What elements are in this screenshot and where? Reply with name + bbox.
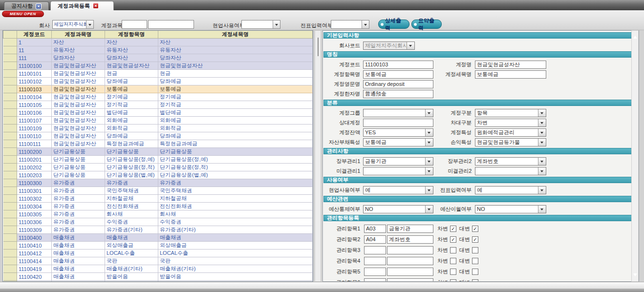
table-row[interactable]: 11100102현금및현금성자산당좌예금당좌예금 [3,78,313,85]
cell-account-detail[interactable]: 매출채권 [158,234,313,242]
table-row[interactable]: 11100105현금및현금성자산정기적금정기적금 [3,101,313,109]
row-selector[interactable] [3,218,17,226]
cell-account-item[interactable]: 지하철공채 [105,195,158,203]
cell-account-item[interactable]: 국판 [105,257,158,265]
cell-account-code[interactable]: 11100302 [17,195,52,203]
account-name-filter-input[interactable] [148,20,194,29]
account-item-name-input[interactable] [363,70,433,79]
cell-account-item[interactable]: 유가증권(기타) [105,226,158,234]
row-selector[interactable] [3,257,17,265]
table-row[interactable]: 11100203단기금융상품단기금융상품(별,예)단기금융상품(별,예) [3,171,313,179]
scroll-up-icon[interactable] [633,34,637,39]
cell-account-category[interactable]: 단기금융상품 [52,164,105,171]
cell-account-code[interactable]: 11100201 [17,156,52,164]
mgmt-item-4-name-input[interactable] [387,257,433,265]
budget-control-select[interactable]: NO [363,205,433,213]
row-selector[interactable] [3,242,17,250]
row-selector[interactable] [3,234,17,242]
account-group-select[interactable] [363,109,433,117]
cell-account-detail[interactable]: LOCAL수출 [158,250,313,257]
cell-account-item[interactable]: 외화적금 [105,125,158,132]
mgmt-item-3-credit-checkbox[interactable] [472,247,478,253]
cell-account-item[interactable]: 매출채권(기타) [105,265,158,273]
cell-account-code[interactable]: 11100304 [17,203,52,210]
open-item-mgmt2-select[interactable] [475,167,546,175]
table-row[interactable]: 111당좌자산당좌자산당좌자산 [3,54,313,62]
chevron-down-icon[interactable] [425,187,433,194]
table-row[interactable]: 11100300유가증권유가증권유가증권 [3,179,313,187]
cell-account-category[interactable]: 현금및현금성자산 [52,93,105,101]
table-row[interactable]: 11100420매출채권받을어음받을어음 [3,273,313,281]
table-row[interactable]: 11100111현금및현금성자산특정현금과예금특정현금과예금 [3,140,313,148]
chevron-down-icon[interactable] [425,167,433,175]
cell-account-code[interactable]: 11100100 [17,62,52,70]
table-row[interactable]: 11100104현금및현금성자산정기예금정기예금 [3,93,313,101]
table-row[interactable]: 11100101현금및현금성자산현금현금 [3,70,313,78]
cell-account-item[interactable]: 정기적금 [105,101,158,109]
cell-account-detail[interactable]: 외화적금 [158,125,313,132]
row-selector[interactable] [3,62,17,70]
table-row[interactable]: 11100410매출채권외상매출금외상매출금 [3,242,313,250]
row-selector[interactable] [3,156,17,164]
chevron-down-icon[interactable] [538,119,546,126]
panel-scrollbar[interactable] [631,30,639,282]
cell-account-detail[interactable]: 현금 [158,70,313,78]
cell-account-detail[interactable]: 현금및현금성자산 [158,62,313,70]
chevron-down-icon[interactable] [425,129,433,136]
table-row[interactable]: 11100306유가증권수익증권수익증권 [3,218,313,226]
cell-account-item[interactable]: 당좌예금 [105,78,158,85]
row-selector[interactable] [3,148,17,156]
cell-account-category[interactable]: 매출채권 [52,273,105,281]
cell-account-item[interactable]: 회사채 [105,210,158,218]
mgmt-item-4-credit-checkbox[interactable] [472,258,478,264]
cell-account-category[interactable]: 현금및현금성자산 [52,125,105,132]
mgmt-item-5-credit-checkbox[interactable] [472,269,478,275]
table-row[interactable]: 11100200단기금융상품단기금융상품단기금융상품 [3,148,313,156]
chevron-down-icon[interactable] [273,21,280,28]
cell-account-code[interactable]: 11100412 [17,250,52,257]
cell-account-code[interactable]: 11100414 [17,257,52,265]
row-selector[interactable] [3,273,17,281]
cell-account-item[interactable]: 현금및현금성자산 [105,62,158,70]
row-selector[interactable] [3,179,17,187]
cell-account-category[interactable]: 단기금융상품 [52,171,105,179]
mgmt-item-1-name-input[interactable] [387,225,433,233]
cell-account-category[interactable]: 매출채권 [52,242,105,250]
cell-account-code[interactable]: 11100309 [17,226,52,234]
cell-account-detail[interactable]: 당좌예금 [158,132,313,140]
table-row[interactable]: 11100103현금및현금성자산보통예금보통예금 [3,85,313,93]
chevron-down-icon[interactable] [86,21,93,28]
cell-account-code[interactable]: 11100103 [17,85,52,93]
row-selector[interactable] [3,46,17,54]
cell-account-category[interactable]: 현금및현금성자산 [52,140,105,148]
account-english-name-input[interactable] [363,80,433,88]
row-selector[interactable] [3,125,17,132]
mgmt-item-2-debit-checkbox[interactable]: ✓ [450,236,456,243]
cell-account-detail[interactable]: 유동자산 [158,46,313,54]
company-filter-select[interactable]: 제일저지주식회사 [52,20,94,29]
row-selector[interactable] [3,265,17,273]
cell-account-code[interactable]: 11100400 [17,234,52,242]
chevron-down-icon[interactable] [538,139,546,146]
mgmt-item-1-credit-checkbox[interactable]: ✓ [472,226,478,232]
mgmt-item-5-code-input[interactable] [364,268,386,276]
mgmt-item-3-name-input[interactable] [387,246,433,254]
cell-account-code[interactable]: 11100110 [17,132,52,140]
table-row[interactable]: 11100100현금및현금성자산현금및현금성자산현금및현금성자산 [3,62,313,70]
cell-account-detail[interactable]: 당좌자산 [158,54,313,62]
row-selector[interactable] [3,226,17,234]
row-selector[interactable] [3,210,17,218]
table-row[interactable]: 11100414매출채권국판국판 [3,257,313,265]
cell-account-item[interactable]: 외화예금 [105,117,158,125]
row-selector[interactable] [3,117,17,125]
mgmt-item-5-debit-checkbox[interactable] [450,269,456,275]
cell-account-item[interactable]: 매출채권 [105,234,158,242]
cell-account-detail[interactable]: 자산 [158,39,313,46]
asset-liability-attribute-select[interactable]: 보통예금 [363,138,433,146]
chevron-down-icon[interactable] [538,158,546,165]
cell-account-item[interactable]: 보통예금 [105,85,158,93]
cell-account-detail[interactable]: 정기적금 [158,101,313,109]
cell-account-code[interactable]: 11100300 [17,179,52,187]
cell-account-category[interactable]: 자산 [52,39,105,46]
account-code-input[interactable] [363,61,433,69]
